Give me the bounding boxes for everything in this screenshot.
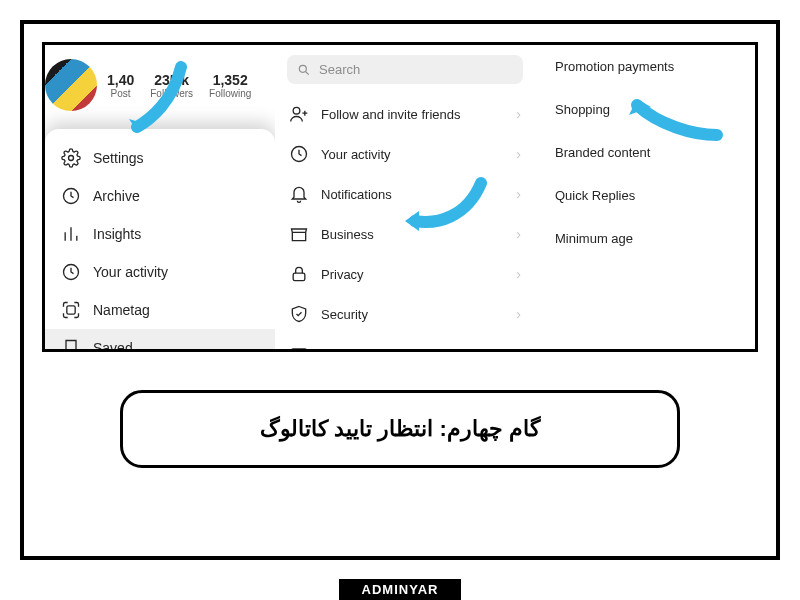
menu-label: Your activity xyxy=(93,264,168,280)
menu-item-activity[interactable]: Your activity xyxy=(45,253,275,291)
avatar[interactable] xyxy=(45,59,97,111)
chevron-right-icon: › xyxy=(516,306,521,322)
lock-icon xyxy=(289,264,309,284)
biz-label: Minimum age xyxy=(555,231,633,246)
chevron-right-icon: › xyxy=(516,266,521,282)
settings-item-security[interactable]: Security › xyxy=(275,294,535,334)
biz-label: Branded content xyxy=(555,145,650,160)
biz-item-promotion-payments[interactable]: Promotion payments xyxy=(535,45,755,88)
settings-label: Security xyxy=(321,307,368,322)
svg-rect-3 xyxy=(67,306,75,314)
svg-rect-8 xyxy=(292,349,307,352)
chevron-right-icon: › xyxy=(516,346,521,352)
settings-item-follow[interactable]: Follow and invite friends › xyxy=(275,94,535,134)
settings-label: Your activity xyxy=(321,147,391,162)
menu-item-archive[interactable]: Archive xyxy=(45,177,275,215)
chevron-right-icon: › xyxy=(516,106,521,122)
menu-sheet: Settings Archive Insights Your activity … xyxy=(45,129,275,349)
card-icon xyxy=(289,344,309,352)
svg-rect-7 xyxy=(293,273,305,281)
tutorial-frame: 1,40 Post 235 k Followers 1,352 Followin… xyxy=(20,20,780,560)
stat-label: Post xyxy=(107,88,134,99)
bookmark-icon xyxy=(61,338,81,349)
menu-item-nametag[interactable]: Nametag xyxy=(45,291,275,329)
step-caption: گام چهارم: انتظار تایید کاتالوگ xyxy=(120,390,680,468)
caption-text: گام چهارم: انتظار تایید کاتالوگ xyxy=(260,416,540,442)
settings-label: Notifications xyxy=(321,187,392,202)
settings-item-privacy[interactable]: Privacy › xyxy=(275,254,535,294)
stat-posts[interactable]: 1,40 Post xyxy=(107,72,134,99)
activity-icon xyxy=(61,262,81,282)
settings-label: Follow and invite friends xyxy=(321,107,460,122)
business-panel: Promotion payments Shopping Branded cont… xyxy=(535,45,755,349)
settings-label: Payments xyxy=(321,347,379,353)
screenshot-row: 1,40 Post 235 k Followers 1,352 Followin… xyxy=(42,42,758,352)
bars-icon xyxy=(61,224,81,244)
search-icon xyxy=(297,63,311,77)
menu-label: Saved xyxy=(93,340,133,349)
gear-icon xyxy=(61,148,81,168)
stat-following[interactable]: 1,352 Following xyxy=(209,72,251,99)
menu-label: Insights xyxy=(93,226,141,242)
add-user-icon xyxy=(289,104,309,124)
biz-label: Shopping xyxy=(555,102,610,117)
stat-label: Followers xyxy=(150,88,193,99)
shield-icon xyxy=(289,304,309,324)
chevron-right-icon: › xyxy=(516,146,521,162)
nametag-icon xyxy=(61,300,81,320)
biz-item-shopping[interactable]: Shopping xyxy=(535,88,755,131)
profile-panel: 1,40 Post 235 k Followers 1,352 Followin… xyxy=(45,45,275,349)
menu-label: Archive xyxy=(93,188,140,204)
biz-label: Quick Replies xyxy=(555,188,635,203)
stat-value: 1,352 xyxy=(209,72,251,88)
stat-value: 1,40 xyxy=(107,72,134,88)
menu-item-settings[interactable]: Settings xyxy=(45,139,275,177)
chevron-right-icon: › xyxy=(516,186,521,202)
search-input[interactable]: Search xyxy=(287,55,523,84)
menu-item-insights[interactable]: Insights xyxy=(45,215,275,253)
activity-icon xyxy=(289,144,309,164)
biz-item-minimum-age[interactable]: Minimum age xyxy=(535,217,755,260)
svg-point-5 xyxy=(293,107,300,114)
bell-icon xyxy=(289,184,309,204)
menu-item-saved[interactable]: Saved xyxy=(45,329,275,349)
svg-point-0 xyxy=(69,156,74,161)
menu-label: Nametag xyxy=(93,302,150,318)
brand-badge: ADMINYAR xyxy=(339,579,461,600)
settings-panel: Search Follow and invite friends › Your … xyxy=(275,45,535,349)
profile-header: 1,40 Post 235 k Followers 1,352 Followin… xyxy=(45,45,275,135)
svg-point-4 xyxy=(299,65,306,72)
store-icon xyxy=(289,224,309,244)
biz-item-quick-replies[interactable]: Quick Replies xyxy=(535,174,755,217)
settings-item-business[interactable]: Business › xyxy=(275,214,535,254)
settings-item-payments[interactable]: Payments › xyxy=(275,334,535,352)
stat-label: Following xyxy=(209,88,251,99)
biz-label: Promotion payments xyxy=(555,59,674,74)
settings-item-activity[interactable]: Your activity › xyxy=(275,134,535,174)
settings-label: Business xyxy=(321,227,374,242)
profile-stats: 1,40 Post 235 k Followers 1,352 Followin… xyxy=(107,72,251,99)
chevron-right-icon: › xyxy=(516,226,521,242)
brand-text: ADMINYAR xyxy=(362,582,439,597)
stat-value: 235 k xyxy=(150,72,193,88)
clock-icon xyxy=(61,186,81,206)
menu-label: Settings xyxy=(93,150,144,166)
search-placeholder: Search xyxy=(319,62,360,77)
biz-item-branded-content[interactable]: Branded content xyxy=(535,131,755,174)
settings-item-notifications[interactable]: Notifications › xyxy=(275,174,535,214)
settings-label: Privacy xyxy=(321,267,364,282)
stat-followers[interactable]: 235 k Followers xyxy=(150,72,193,99)
